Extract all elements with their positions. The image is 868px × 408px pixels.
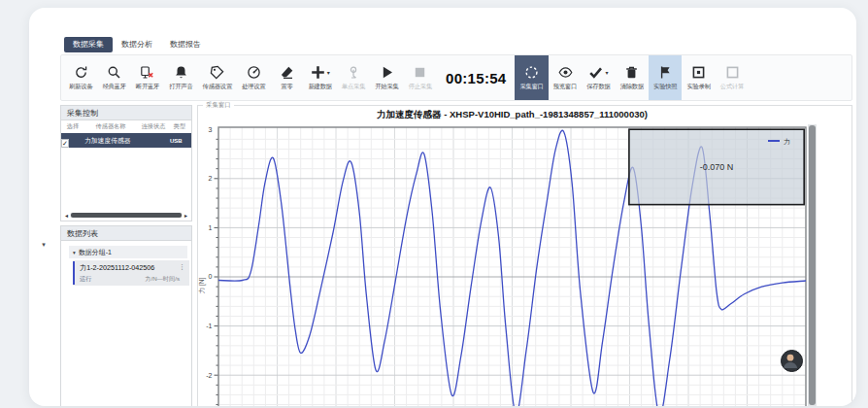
col-select: 选择 (61, 122, 84, 131)
play-icon (380, 65, 394, 80)
scroll-right-arrow-icon[interactable]: ▸ (183, 212, 189, 219)
item-accent-bar (73, 261, 75, 285)
assistant-avatar-button[interactable] (781, 350, 803, 372)
svg-text:1: 1 (209, 224, 213, 231)
toolbar-button-sound-on[interactable]: 打开声音 (164, 55, 197, 100)
svg-text:0: 0 (209, 273, 213, 280)
chart-scrollbar-thumb[interactable] (809, 125, 816, 405)
svg-text:-0.070 N: -0.070 N (700, 162, 734, 172)
toolbar-button-stop-collect: 停止采集 (404, 55, 437, 100)
bell-icon (174, 65, 188, 80)
toolbar-button-experiment-snapshot[interactable]: 实验快照 (649, 55, 682, 100)
toolbar-button-experiment-record[interactable]: 实验录制 (682, 55, 715, 100)
tab-0[interactable]: 数据采集 (64, 37, 113, 52)
sidebar-collapse-button[interactable]: ▾ (39, 241, 49, 250)
record-icon (691, 65, 706, 80)
collect-panel-horizontal-scrollbar[interactable]: ◂ ▸ (63, 212, 189, 219)
item-menu-icon[interactable]: ⋮ (179, 263, 185, 273)
trash-icon (624, 65, 639, 80)
sensor-type: USB (170, 138, 189, 144)
bluetooth-off-icon (140, 65, 154, 80)
chart-vertical-scrollbar[interactable] (808, 124, 817, 406)
toolbar-button-new-data[interactable]: ▾新建数据 (303, 55, 336, 100)
toolbar-button-process-settings[interactable]: 处理设置 (237, 55, 270, 100)
desktop: 数据采集数据分析数据报告 刷新设备经典蓝牙断开蓝牙打开声音传感器设置处理设置置零… (0, 0, 868, 408)
data-list-title: 数据列表 (61, 226, 191, 241)
person-icon (782, 351, 801, 370)
chart-plot[interactable]: 3210-1-2力 [N]-0.070 N力 (197, 105, 852, 406)
col-connect-status: 连接状态 (137, 122, 170, 131)
data-list-panel: 数据列表 ▾ 数据分组-1 力1-2-20251112-042506 ⋮ 运行 … (60, 225, 192, 406)
dropdown-caret-icon[interactable]: ▾ (327, 69, 330, 76)
toolbar-button-collect-window[interactable]: 采集窗口 (515, 55, 548, 100)
gauge-icon (247, 65, 261, 80)
check-icon (588, 65, 603, 80)
toolbar: 刷新设备经典蓝牙断开蓝牙打开声音传感器设置处理设置置零▾新建数据单点采集开始采集… (60, 54, 852, 101)
collect-control-title: 采集控制 (61, 106, 191, 120)
toolbar-button-preview-window[interactable]: 预览窗口 (549, 55, 582, 100)
toolbar-button-single-point-collect: 单点采集 (337, 55, 370, 100)
svg-text:-1: -1 (206, 323, 212, 329)
svg-text:-2: -2 (206, 372, 212, 379)
dropdown-caret-icon[interactable]: ▾ (605, 69, 608, 76)
scroll-left-arrow-icon[interactable]: ◂ (63, 212, 70, 219)
toolbar-button-clear-data[interactable]: 清除数据 (616, 55, 649, 100)
toolbar-button-formula-calc: 公式计算 (716, 55, 749, 100)
dashed-circle-icon (524, 65, 539, 80)
toolbar-button-disconnect-bluetooth[interactable]: 断开蓝牙 (131, 55, 164, 100)
tab-2[interactable]: 数据报告 (161, 37, 210, 52)
main-tab-bar: 数据采集数据分析数据报告 (64, 37, 210, 52)
data-list-item[interactable]: 力1-2-20251112-042506 ⋮ 运行 力/N—时间/s (73, 260, 189, 286)
col-type: 类型 (170, 122, 189, 131)
toolbar-button-zero-set[interactable]: 置零 (270, 55, 303, 100)
legend-entry: 力 (784, 138, 790, 145)
toolbar-button-sensor-settings[interactable]: 传感器设置 (198, 55, 238, 100)
svg-text:3: 3 (209, 126, 213, 133)
sensor-name: 力加速度传感器 (84, 136, 137, 146)
group-label: 数据分组-1 (79, 248, 112, 257)
sensor-checkbox[interactable]: ✓ (61, 139, 69, 148)
item-title: 力1-2-20251112-042506 (80, 263, 154, 273)
tab-1[interactable]: 数据分析 (113, 37, 161, 52)
toolbar-button-classic-bluetooth[interactable]: 经典蓝牙 (97, 55, 130, 100)
eraser-icon (280, 65, 294, 80)
collect-control-panel: 采集控制 选择 传感器名称 连接状态 类型 ✓ 力加速度传感器 USB ◂ ▸ (60, 105, 192, 221)
toolbar-button-start-collect[interactable]: 开始采集 (370, 55, 403, 100)
data-group-row[interactable]: ▾ 数据分组-1 (69, 246, 187, 258)
flag-icon (658, 65, 673, 80)
item-axes-label: 力/N—时间/s (145, 275, 180, 284)
svg-text:2: 2 (209, 175, 213, 182)
square-icon (725, 65, 740, 80)
item-status: 运行 (80, 275, 91, 284)
plus-icon (311, 65, 325, 80)
toolbar-button-save-data[interactable]: ▾保存数据 (582, 55, 615, 100)
refresh-icon (74, 65, 88, 80)
tag-icon (210, 65, 224, 80)
stop-icon (413, 65, 427, 80)
search-icon (107, 65, 121, 80)
collect-timer: 00:15:54 (446, 70, 506, 86)
tap-icon (347, 65, 361, 80)
eye-icon (558, 65, 573, 80)
scrollbar-thumb[interactable] (71, 213, 182, 218)
svg-text:力 [N]: 力 [N] (198, 278, 206, 294)
app-window: 数据采集数据分析数据报告 刷新设备经典蓝牙断开蓝牙打开声音传感器设置处理设置置零… (29, 8, 856, 406)
toolbar-button-refresh-device[interactable]: 刷新设备 (64, 55, 97, 100)
sensor-row[interactable]: ✓ 力加速度传感器 USB (61, 133, 191, 148)
col-sensor-name: 传感器名称 (84, 122, 137, 131)
group-expand-icon[interactable]: ▾ (73, 250, 76, 255)
